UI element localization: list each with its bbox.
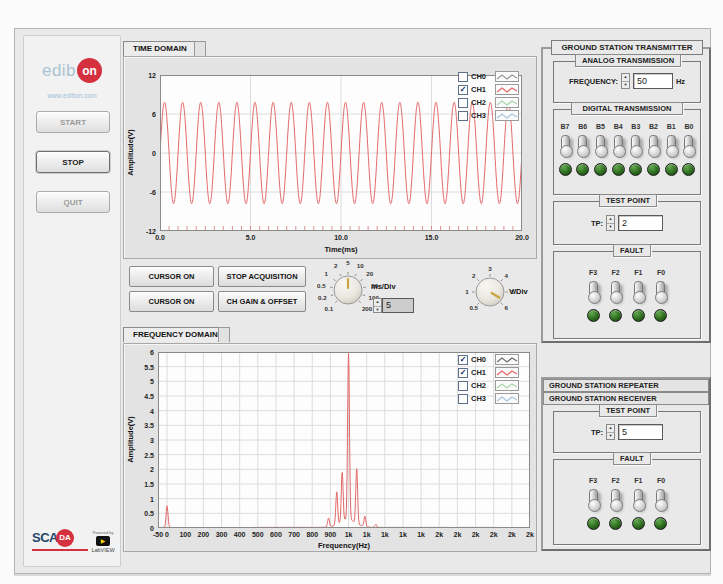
- toggle-switch-B5[interactable]: [596, 135, 605, 155]
- toggle-switch-F3[interactable]: [589, 489, 598, 509]
- y-tick-label: 5.5: [144, 363, 154, 370]
- labview-label: LabVIEW: [90, 547, 116, 553]
- start-button[interactable]: START: [36, 111, 110, 133]
- x-tick-label: 800: [306, 531, 318, 538]
- legend-line-icon[interactable]: [495, 367, 519, 378]
- receiver-fault-bits: F3F2F1F0: [585, 477, 669, 530]
- bit-column: F0: [653, 269, 669, 322]
- legend-row: CH3: [458, 392, 536, 405]
- bit-label: B2: [649, 123, 658, 130]
- legend-line-icon[interactable]: [495, 380, 519, 391]
- toggle-switch-F3[interactable]: [589, 281, 598, 301]
- legend-checkbox-CH2[interactable]: [458, 381, 468, 391]
- stop-acquisition-button[interactable]: STOP ACQUISITION: [218, 266, 306, 287]
- transmitter-fault-title: FAULT: [613, 244, 651, 257]
- svg-text:10: 10: [357, 262, 364, 269]
- svg-text:3: 3: [488, 265, 492, 272]
- x-tick-label: 2k: [454, 531, 462, 538]
- legend-checkbox-CH0[interactable]: [458, 72, 468, 82]
- bit-label: F0: [657, 269, 665, 276]
- time-y-ticks: 1260-6-12: [128, 75, 158, 231]
- bit-label: F1: [634, 269, 642, 276]
- legend-line-icon[interactable]: [495, 97, 519, 108]
- bit-label: F2: [612, 477, 620, 484]
- toggle-switch-B0[interactable]: [684, 135, 693, 155]
- toggle-switch-B7[interactable]: [561, 135, 570, 155]
- legend-checkbox-CH3[interactable]: [458, 111, 468, 121]
- y-tick-label: 5: [150, 378, 154, 385]
- frequency-input[interactable]: 50: [633, 73, 673, 89]
- toggle-switch-B3[interactable]: [631, 135, 640, 155]
- toggle-switch-B4[interactable]: [614, 135, 623, 155]
- x-tick-label: 700: [288, 531, 300, 538]
- frequency-domain-chart: Amplitude(V) 65.554.543.532.521.510.50 -…: [123, 343, 537, 552]
- legend-row: ✓CH0: [458, 353, 536, 366]
- x-tick-label: 400: [234, 531, 246, 538]
- led-indicator-B2: [647, 163, 660, 176]
- toggle-switch-F1[interactable]: [634, 281, 643, 301]
- toggle-switch-F0[interactable]: [656, 489, 665, 509]
- frequency-spinner[interactable]: ▲▼: [621, 73, 630, 89]
- x-tick-label: 1k: [417, 531, 425, 538]
- repeater-title-bar[interactable]: GROUND STATION REPEATER: [543, 379, 709, 392]
- legend-checkbox-CH1[interactable]: ✓: [458, 85, 468, 95]
- freq-x-ticks: -5001002003004005006007008009001k1k1k1k1…: [158, 531, 530, 541]
- legend-checkbox-CH2[interactable]: [458, 98, 468, 108]
- time-x-ticks: 0.05.010.015.020.0: [160, 234, 522, 244]
- logo-circle: on: [77, 58, 102, 83]
- transmitter-test-point-title: TEST POINT: [599, 194, 657, 207]
- bit-column: F1: [630, 269, 646, 322]
- analog-transmission-title: ANALOG TRANSMISSION: [575, 54, 681, 67]
- toggle-switch-B2[interactable]: [649, 135, 658, 155]
- tp-spinner[interactable]: ▲▼: [606, 424, 615, 440]
- tp-input[interactable]: 5: [618, 424, 663, 440]
- tab-time-domain[interactable]: TIME DOMAIN: [123, 41, 197, 56]
- scada-tagline-rule: [32, 549, 88, 551]
- toggle-switch-F1[interactable]: [634, 489, 643, 509]
- legend-line-icon[interactable]: [495, 71, 519, 82]
- edibon-website: www.edibon.com: [24, 92, 120, 99]
- transmitter-fault-bits: F3F2F1F0: [585, 269, 669, 322]
- toggle-switch-F2[interactable]: [611, 489, 620, 509]
- cursor-on-button-1[interactable]: CURSOR ON: [129, 266, 214, 287]
- tab-stub: [218, 327, 230, 342]
- x-tick-label: 0: [165, 531, 169, 538]
- bit-column: B5: [592, 123, 608, 176]
- led-indicator-F0: [654, 517, 667, 530]
- ch-gain-offset-button[interactable]: CH GAIN & OFFSET: [218, 291, 306, 312]
- stop-button[interactable]: STOP: [36, 151, 110, 173]
- legend-line-icon[interactable]: [495, 393, 519, 404]
- svg-text:0.5: 0.5: [469, 304, 478, 311]
- legend-line-icon[interactable]: [495, 84, 519, 95]
- svg-text:5: 5: [346, 259, 350, 266]
- logo-text: edib: [42, 61, 76, 80]
- legend-checkbox-CH1[interactable]: ✓: [458, 368, 468, 378]
- tp-spinner[interactable]: ▲▼: [606, 215, 615, 231]
- x-tick-label: 900: [325, 531, 337, 538]
- bit-label: F1: [634, 477, 642, 484]
- toggle-switch-B6[interactable]: [578, 135, 587, 155]
- bit-label: F3: [589, 269, 597, 276]
- bit-label: B1: [667, 123, 676, 130]
- y-tick-label: 2: [150, 466, 154, 473]
- toggle-switch-F2[interactable]: [611, 281, 620, 301]
- cursor-on-button-2[interactable]: CURSOR ON: [129, 291, 214, 312]
- scada-text: SCA: [32, 530, 58, 545]
- svg-text:200: 200: [362, 305, 373, 312]
- legend-checkbox-CH3[interactable]: [458, 394, 468, 404]
- legend-checkbox-CH0[interactable]: ✓: [458, 355, 468, 365]
- led-indicator-B4: [612, 163, 625, 176]
- tab-frequency-domain[interactable]: FREQUENCY DOMAIN: [123, 327, 228, 342]
- quit-button[interactable]: QUIT: [36, 191, 110, 213]
- ms-div-spinner[interactable]: ▲▼: [373, 298, 382, 313]
- ms-div-value[interactable]: 5: [382, 298, 414, 313]
- x-tick-label: 2k: [435, 531, 443, 538]
- legend-line-icon[interactable]: [495, 354, 519, 365]
- svg-text:2: 2: [472, 272, 476, 279]
- y-tick-label: 1.5: [144, 481, 154, 488]
- tp-input[interactable]: 2: [618, 215, 663, 231]
- toggle-switch-B1[interactable]: [667, 135, 676, 155]
- x-tick-label: 1k: [363, 531, 371, 538]
- legend-line-icon[interactable]: [495, 110, 519, 121]
- toggle-switch-F0[interactable]: [656, 281, 665, 301]
